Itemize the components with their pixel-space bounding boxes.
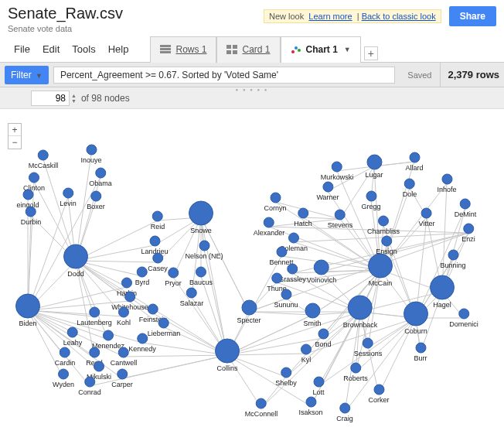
svg-line-129 bbox=[380, 270, 416, 318]
svg-line-78 bbox=[275, 202, 340, 219]
new-look-banner: New look Learn more | Back to classic lo… bbox=[264, 9, 441, 23]
svg-line-22 bbox=[158, 217, 201, 220]
menu-help[interactable]: Help bbox=[102, 39, 135, 60]
tab-chart-label: Chart 1 bbox=[306, 44, 338, 55]
filter-button-label: Filter bbox=[11, 70, 32, 80]
svg-point-7 bbox=[291, 50, 295, 53]
svg-line-49 bbox=[153, 313, 227, 355]
svg-line-81 bbox=[269, 219, 340, 227]
stepper-down-icon[interactable]: ▼ bbox=[71, 98, 77, 104]
stepper-up-icon[interactable]: ▲ bbox=[71, 93, 77, 98]
filter-button[interactable]: Filter ▼ bbox=[5, 66, 49, 84]
svg-line-15 bbox=[28, 177, 100, 310]
svg-line-45 bbox=[192, 217, 201, 297]
svg-line-11 bbox=[76, 154, 91, 261]
svg-rect-3 bbox=[226, 45, 231, 49]
learn-more-link[interactable]: Learn more bbox=[308, 12, 352, 21]
svg-line-63 bbox=[124, 355, 227, 357]
svg-line-58 bbox=[142, 343, 227, 355]
filter-description: Percent_Agreement >= 0.67. Sorted by 'Vo… bbox=[53, 67, 395, 84]
svg-line-25 bbox=[201, 217, 227, 355]
tab-rows-label: Rows 1 bbox=[175, 44, 206, 55]
svg-line-77 bbox=[275, 202, 380, 270]
svg-line-152 bbox=[416, 318, 421, 352]
chevron-down-icon: ▼ bbox=[36, 72, 43, 80]
svg-line-23 bbox=[76, 220, 158, 261]
svg-line-21 bbox=[31, 216, 76, 261]
svg-line-19 bbox=[76, 200, 96, 261]
svg-rect-4 bbox=[233, 45, 237, 49]
svg-line-80 bbox=[269, 227, 468, 233]
svg-line-27 bbox=[76, 245, 155, 261]
page-subtitle: Senate vote data bbox=[8, 24, 123, 33]
menu-tools[interactable]: Tools bbox=[66, 39, 101, 60]
back-classic-link[interactable]: Back to classic look bbox=[362, 12, 436, 21]
svg-rect-2 bbox=[160, 51, 171, 53]
svg-line-17 bbox=[68, 197, 76, 261]
svg-line-139 bbox=[227, 315, 312, 355]
svg-line-34 bbox=[204, 250, 227, 355]
svg-line-64 bbox=[28, 310, 99, 371]
svg-point-9 bbox=[298, 49, 301, 52]
share-button[interactable]: Share bbox=[449, 6, 496, 26]
svg-line-165 bbox=[227, 355, 261, 408]
card-icon bbox=[226, 45, 237, 54]
svg-line-92 bbox=[249, 282, 277, 312]
svg-line-148 bbox=[227, 354, 306, 355]
svg-line-117 bbox=[380, 183, 447, 270]
svg-line-31 bbox=[76, 261, 158, 262]
rows-icon bbox=[160, 45, 171, 54]
svg-line-169 bbox=[345, 318, 416, 412]
svg-line-132 bbox=[416, 292, 442, 318]
drag-grip[interactable]: ● ● ● ● ● bbox=[236, 87, 269, 92]
svg-rect-0 bbox=[160, 45, 171, 47]
svg-line-126 bbox=[442, 259, 453, 292]
page-title: Senate_Raw.csv bbox=[8, 5, 123, 22]
tab-chart[interactable]: Chart 1 ▼ bbox=[281, 36, 361, 63]
svg-line-97 bbox=[337, 166, 374, 171]
svg-line-171 bbox=[360, 312, 379, 394]
svg-line-125 bbox=[442, 233, 468, 292]
svg-line-14 bbox=[76, 177, 100, 261]
tab-rows[interactable]: Rows 1 bbox=[150, 36, 216, 63]
svg-line-123 bbox=[416, 208, 465, 318]
svg-point-8 bbox=[295, 46, 298, 50]
svg-line-39 bbox=[28, 287, 127, 310]
svg-line-30 bbox=[76, 261, 227, 355]
saved-status: Saved bbox=[407, 70, 431, 80]
chevron-down-icon: ▼ bbox=[344, 46, 351, 53]
svg-line-114 bbox=[374, 162, 414, 166]
add-tab-button[interactable]: + bbox=[364, 46, 378, 60]
tab-card[interactable]: Card 1 bbox=[216, 36, 280, 63]
svg-line-18 bbox=[28, 197, 68, 310]
svg-line-136 bbox=[442, 292, 464, 318]
svg-line-160 bbox=[356, 318, 416, 372]
svg-line-85 bbox=[294, 233, 468, 242]
new-look-text: New look bbox=[269, 12, 304, 21]
svg-line-12 bbox=[34, 182, 76, 261]
svg-line-158 bbox=[318, 318, 416, 386]
row-count: 2,379 rows bbox=[440, 63, 500, 87]
network-chart[interactable]: + − McCaskillInouyeClintonObamaeingoldLe… bbox=[0, 109, 504, 441]
svg-line-101 bbox=[340, 166, 374, 219]
svg-rect-5 bbox=[226, 50, 231, 54]
svg-line-122 bbox=[442, 208, 465, 292]
menu-edit[interactable]: Edit bbox=[36, 39, 66, 60]
chart-icon bbox=[291, 45, 301, 54]
svg-line-166 bbox=[261, 312, 360, 408]
node-count-input[interactable] bbox=[31, 91, 70, 106]
tab-card-label: Card 1 bbox=[242, 44, 270, 55]
svg-line-108 bbox=[371, 166, 374, 200]
chart-edges bbox=[0, 109, 504, 441]
svg-line-156 bbox=[286, 270, 380, 377]
svg-line-155 bbox=[286, 312, 360, 377]
svg-line-99 bbox=[328, 166, 374, 191]
svg-line-36 bbox=[173, 217, 201, 277]
svg-rect-6 bbox=[233, 50, 237, 54]
svg-line-110 bbox=[383, 225, 416, 318]
svg-line-86 bbox=[281, 256, 380, 270]
svg-line-10 bbox=[43, 159, 76, 261]
svg-line-69 bbox=[122, 355, 227, 378]
menu-file[interactable]: File bbox=[8, 39, 36, 60]
node-count-stepper[interactable]: ▲ ▼ bbox=[71, 93, 77, 104]
